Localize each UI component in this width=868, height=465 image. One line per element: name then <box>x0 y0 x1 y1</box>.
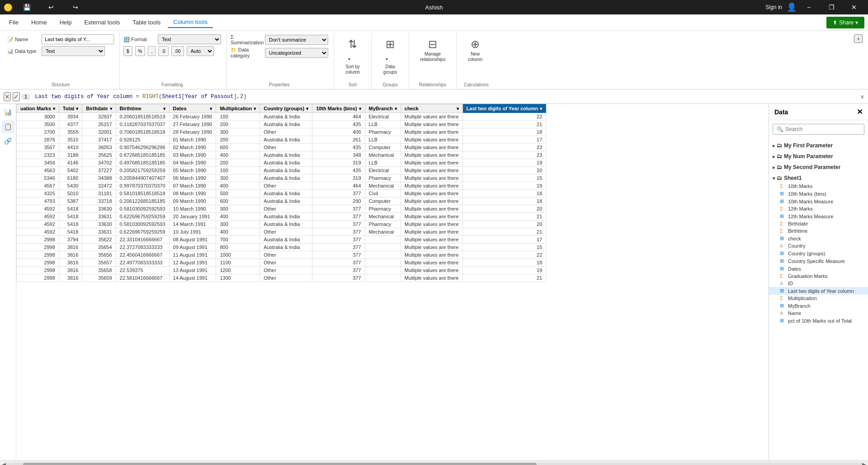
group-table-icon-sheet1: 🗂 <box>777 175 782 181</box>
close-button[interactable]: ✕ <box>844 0 864 14</box>
search-input[interactable] <box>785 126 860 132</box>
col-header-birthdate[interactable]: Birthdate▾ <box>82 104 116 113</box>
field-group-header-mySecondParam[interactable]: ▸🗂My Second Parameter <box>769 163 868 172</box>
manage-relationships-button[interactable]: ⊟ Managerelationships <box>416 36 449 64</box>
col-filter-check[interactable]: ▾ <box>457 106 459 111</box>
ribbon-collapse-button[interactable]: ∧ <box>854 34 863 43</box>
table-cell: 3500 <box>17 121 59 128</box>
col-filter-country-groups[interactable]: ▾ <box>306 106 308 111</box>
field-item-name[interactable]: AName <box>769 310 868 317</box>
scroll-right-icon[interactable]: ▶ <box>862 461 866 465</box>
col-header-birthtime[interactable]: Birthtime▾ <box>116 104 169 113</box>
data-groups-button[interactable]: ⊞▾ Datagroups <box>379 36 401 77</box>
auto-select[interactable]: Auto <box>187 46 214 56</box>
formula-cancel-button[interactable]: ✕ <box>4 92 11 101</box>
col-filter-marks-bins[interactable]: ▾ <box>359 106 361 111</box>
currency-button[interactable]: $ <box>123 46 132 56</box>
redo-button[interactable]: ↪ <box>65 0 86 14</box>
field-item-mybranch[interactable]: ⊞MyBranch <box>769 302 868 310</box>
field-item-country-(groups)[interactable]: ⊞Country (groups) <box>769 249 868 257</box>
col-filter-dates[interactable]: ▾ <box>210 106 212 111</box>
table-cell: 28 February 1990 <box>169 128 216 136</box>
field-group-header-myNumParam[interactable]: ▸🗂My Num Parameter <box>769 152 868 161</box>
percent-button[interactable]: % <box>135 46 146 56</box>
sort-icon: ⇅▾ <box>348 38 357 63</box>
menu-help[interactable]: Help <box>54 17 77 28</box>
datatype-select[interactable]: Text Whole Number Decimal <box>42 46 105 56</box>
field-item-country-specific-measure[interactable]: ⊞Country Specific Measure <box>769 257 868 265</box>
field-item-12th-marks[interactable]: Σ12th Marks <box>769 205 868 212</box>
field-item-dates[interactable]: ⊞Dates <box>769 265 868 272</box>
save-button[interactable]: 💾 <box>16 0 37 14</box>
minimize-button[interactable]: − <box>798 0 819 14</box>
decimal-decrease-button[interactable]: .00 <box>171 46 184 56</box>
table-cell: Australia & India <box>260 213 312 221</box>
col-filter-multiplication[interactable]: ▾ <box>254 106 256 111</box>
field-item-check[interactable]: ⊞check <box>769 235 868 242</box>
decimal-increase-button[interactable]: .0 <box>158 46 168 56</box>
field-item-12th-marks-measure[interactable]: ⊞12th Marks Measure <box>769 212 868 220</box>
col-filter-grad[interactable]: ▾ <box>53 106 55 111</box>
nav-data-button[interactable]: 📋 <box>2 120 14 133</box>
scroll-thumb[interactable] <box>23 463 537 465</box>
menu-home[interactable]: Home <box>26 17 52 28</box>
col-header-marks-bins[interactable]: 10th Marks (bins)▾ <box>312 104 365 113</box>
field-item-graduation-marks[interactable]: ΣGraduation Marks <box>769 272 868 280</box>
col-header-dates[interactable]: Dates▾ <box>169 104 216 113</box>
table-row: 45925418336300.58103009259259310 March 1… <box>17 205 546 213</box>
formula-text[interactable]: Last two digits of Year column = RIGHT(S… <box>32 94 859 100</box>
field-item-10th-marks-(bins)[interactable]: ⊞10th Marks (bins) <box>769 190 868 197</box>
col-filter-mybranch[interactable]: ▾ <box>395 106 397 111</box>
field-item-birthtime[interactable]: ΣBirthtime <box>769 227 868 235</box>
scroll-track[interactable] <box>6 463 862 465</box>
menu-column-tools[interactable]: Column tools <box>168 17 213 28</box>
menu-table-tools[interactable]: Table tools <box>127 17 166 28</box>
menu-file[interactable]: File <box>4 17 24 28</box>
field-group-header-sheet1[interactable]: ▾🗂Sheet1 <box>769 174 868 183</box>
field-item-last-two-digits-of-year-column[interactable]: ⊞Last two digits of Year column <box>769 287 868 295</box>
comma-button[interactable]: , <box>148 46 156 56</box>
field-item-pct-of-10th-marks-out-of-total[interactable]: ⊞pct of 10th Marks out of Total <box>769 317 868 324</box>
format-select[interactable]: Text General Whole Number <box>158 34 221 44</box>
col-header-multiplication[interactable]: Multiplication▾ <box>216 104 260 113</box>
field-item-birthdate[interactable]: ΣBirthdate <box>769 220 868 227</box>
scroll-left-icon[interactable]: ◀ <box>2 461 6 465</box>
field-item-10th-marks-measure[interactable]: ⊞10th Marks Measure <box>769 197 868 205</box>
col-header-check[interactable]: check▾ <box>401 104 462 113</box>
field-group-header-myFirstParam[interactable]: ▸🗂My First Parameter <box>769 141 868 150</box>
col-header-mybranch[interactable]: MyBranch▾ <box>365 104 401 113</box>
maximize-button[interactable]: ❐ <box>821 0 842 14</box>
data-panel-close-icon[interactable]: ✕ <box>857 108 863 116</box>
table-cell: Australia & India <box>260 121 312 128</box>
user-avatar[interactable]: 👤 <box>787 2 797 12</box>
share-button[interactable]: ⬆ Share ▾ <box>826 17 864 28</box>
formula-ok-button[interactable]: ✓ <box>13 92 20 101</box>
undo-button[interactable]: ↩ <box>41 0 61 14</box>
col-filter-total[interactable]: ▾ <box>76 106 78 111</box>
field-item-10th-marks[interactable]: Σ10th Marks <box>769 183 868 190</box>
table-cell: Multiple values are there <box>401 128 462 136</box>
summarization-select[interactable]: Don't summarize Sum Average <box>265 35 328 45</box>
nav-model-button[interactable]: 🔗 <box>2 135 14 147</box>
table-cell: 348 <box>312 151 365 159</box>
name-input[interactable] <box>42 34 114 44</box>
sign-in-label[interactable]: Sign in <box>765 4 782 10</box>
datacategory-select[interactable]: Uncategorized Country <box>265 48 328 58</box>
field-item-country[interactable]: ACountry <box>769 242 868 249</box>
col-header-last-two[interactable]: Last two digits of Year column▾ <box>462 104 546 113</box>
col-filter-birthdate[interactable]: ▾ <box>110 106 112 111</box>
menu-external-tools[interactable]: External tools <box>79 17 125 28</box>
horizontal-scrollbar[interactable]: ◀ ▶ <box>0 460 868 465</box>
col-header-total[interactable]: Total▾ <box>59 104 82 113</box>
new-column-button[interactable]: ⊕ Newcolumn <box>464 36 486 64</box>
field-item-multiplication[interactable]: ΣMultiplication <box>769 295 868 302</box>
col-filter-birthtime[interactable]: ▾ <box>163 106 165 111</box>
nav-report-button[interactable]: 📊 <box>2 106 14 118</box>
col-header-grad[interactable]: uation Marks▾ <box>17 104 59 113</box>
col-filter-last-two[interactable]: ▾ <box>540 106 542 111</box>
data-table-area[interactable]: uation Marks▾ Total▾ Birthdate▾ Birthtim… <box>16 104 769 460</box>
col-header-country-groups[interactable]: Country (groups)▾ <box>260 104 312 113</box>
field-item-id[interactable]: AID <box>769 280 868 287</box>
formula-expand-button[interactable]: ∨ <box>860 94 864 100</box>
sort-by-column-button[interactable]: ⇅▾ Sort bycolumn <box>341 36 364 77</box>
